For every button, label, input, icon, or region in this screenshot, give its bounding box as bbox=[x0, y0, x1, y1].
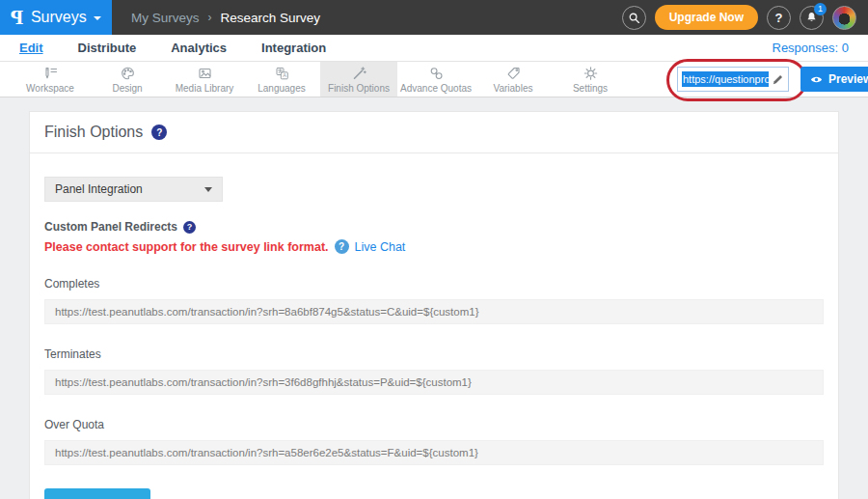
svg-text:A: A bbox=[283, 72, 286, 78]
terminates-field-group: Terminates https://test.peanutlabs.com/t… bbox=[44, 347, 824, 395]
over-quota-url-input[interactable]: https://test.peanutlabs.com/transaction/… bbox=[44, 440, 824, 465]
field-label: Over Quota bbox=[44, 418, 824, 431]
toolbar-label: Languages bbox=[258, 83, 306, 94]
toolbar-item-workspace[interactable]: Workspace bbox=[12, 62, 89, 97]
toolbar-item-variables[interactable]: Variables bbox=[475, 62, 552, 97]
warning-text: Please contact support for the survey li… bbox=[44, 240, 329, 254]
magic-wand-icon bbox=[351, 66, 367, 81]
preview-button[interactable]: Preview bbox=[800, 67, 868, 92]
finish-options-card: Finish Options ? Panel Integration Custo… bbox=[29, 111, 839, 499]
toolbar-item-languages[interactable]: A Languages bbox=[243, 62, 320, 97]
page-title: Finish Options bbox=[44, 124, 143, 141]
live-chat-link[interactable]: Live Chat bbox=[355, 240, 406, 254]
survey-url-selected-text: https://questionpro.com/t/A bbox=[682, 71, 769, 87]
toolbar-label: Advance Quotas bbox=[400, 83, 472, 94]
help-icon[interactable]: ? bbox=[183, 221, 196, 234]
tag-icon bbox=[505, 66, 522, 81]
translate-icon: A bbox=[274, 66, 290, 81]
top-header: P Surveys My Surveys › Research Survey U… bbox=[0, 0, 868, 35]
header-actions: Upgrade Now ? 1 bbox=[622, 0, 868, 35]
completes-field-group: Completes https://test.peanutlabs.com/tr… bbox=[44, 277, 824, 324]
toolbar-label: Workspace bbox=[26, 83, 74, 94]
chevron-down-icon bbox=[94, 16, 101, 20]
survey-nav: Edit Distribute Analytics Integration Re… bbox=[0, 35, 868, 62]
preview-label: Preview bbox=[828, 72, 868, 86]
survey-url-input[interactable]: https://questionpro.com/t/A bbox=[677, 67, 789, 92]
selected-option: Panel Integration bbox=[55, 182, 143, 196]
section-title: Custom Panel Redirects bbox=[44, 220, 177, 234]
live-chat-icon[interactable]: ? bbox=[335, 239, 349, 254]
workspace-icon bbox=[42, 66, 59, 81]
toolbar-label: Settings bbox=[573, 83, 608, 94]
toolbar-item-settings[interactable]: Settings bbox=[552, 62, 629, 97]
responses-count[interactable]: Responses: 0 bbox=[773, 41, 850, 55]
card-header: Finish Options ? bbox=[30, 112, 838, 153]
completes-url-input[interactable]: https://test.peanutlabs.com/transaction/… bbox=[44, 299, 824, 324]
support-warning: Please contact support for the survey li… bbox=[44, 239, 824, 254]
save-changes-button[interactable]: Save Changes bbox=[44, 488, 150, 499]
image-icon bbox=[197, 66, 213, 81]
toolbar-item-design[interactable]: Design bbox=[89, 62, 166, 97]
tab-analytics[interactable]: Analytics bbox=[171, 41, 227, 55]
question-mark-icon: ? bbox=[775, 11, 783, 25]
questionpro-logo-icon: P bbox=[11, 8, 24, 28]
search-button[interactable] bbox=[622, 6, 646, 30]
chain-link-icon bbox=[428, 66, 445, 81]
toolbar-label: Design bbox=[112, 83, 142, 94]
chevron-down-icon bbox=[204, 187, 212, 192]
upgrade-now-button[interactable]: Upgrade Now bbox=[655, 5, 758, 30]
toolbar-label: Variables bbox=[494, 83, 533, 94]
edit-toolbar: Workspace Design Media Library A Languag… bbox=[0, 62, 868, 97]
breadcrumb-current: Research Survey bbox=[221, 11, 321, 25]
tab-edit[interactable]: Edit bbox=[19, 41, 43, 55]
over-quota-field-group: Over Quota https://test.peanutlabs.com/t… bbox=[44, 418, 824, 465]
breadcrumb-parent[interactable]: My Surveys bbox=[131, 11, 200, 25]
breadcrumb-separator: › bbox=[208, 11, 212, 24]
terminates-url-input[interactable]: https://test.peanutlabs.com/transaction/… bbox=[44, 370, 824, 395]
field-label: Terminates bbox=[44, 347, 824, 361]
tab-distribute[interactable]: Distribute bbox=[78, 41, 137, 55]
notification-badge: 1 bbox=[814, 3, 827, 15]
toolbar-item-media-library[interactable]: Media Library bbox=[166, 62, 243, 97]
toolbar-item-advance-quotas[interactable]: Advance Quotas bbox=[397, 62, 475, 97]
product-label: Surveys bbox=[31, 9, 87, 26]
pencil-edit-icon[interactable] bbox=[772, 73, 784, 86]
toolbar-label: Finish Options bbox=[328, 83, 390, 94]
avatar[interactable] bbox=[832, 6, 856, 30]
field-label: Completes bbox=[44, 277, 824, 291]
notifications-button[interactable]: 1 bbox=[800, 6, 824, 30]
page-content: Finish Options ? Panel Integration Custo… bbox=[0, 97, 868, 499]
breadcrumb: My Surveys › Research Survey bbox=[131, 0, 320, 35]
toolbar-label: Media Library bbox=[176, 83, 234, 94]
help-icon[interactable]: ? bbox=[151, 125, 167, 140]
card-body: Panel Integration Custom Panel Redirects… bbox=[30, 153, 838, 499]
gear-icon bbox=[583, 66, 599, 81]
panel-integration-select[interactable]: Panel Integration bbox=[44, 177, 223, 202]
toolbar-item-finish-options[interactable]: Finish Options bbox=[320, 62, 397, 97]
custom-panel-redirects-header: Custom Panel Redirects ? bbox=[44, 220, 824, 234]
tab-integration[interactable]: Integration bbox=[261, 41, 326, 55]
product-menu[interactable]: P Surveys bbox=[0, 0, 112, 35]
help-button[interactable]: ? bbox=[767, 6, 791, 30]
eye-icon bbox=[810, 74, 823, 85]
search-icon bbox=[628, 12, 640, 24]
palette-icon bbox=[120, 66, 136, 81]
